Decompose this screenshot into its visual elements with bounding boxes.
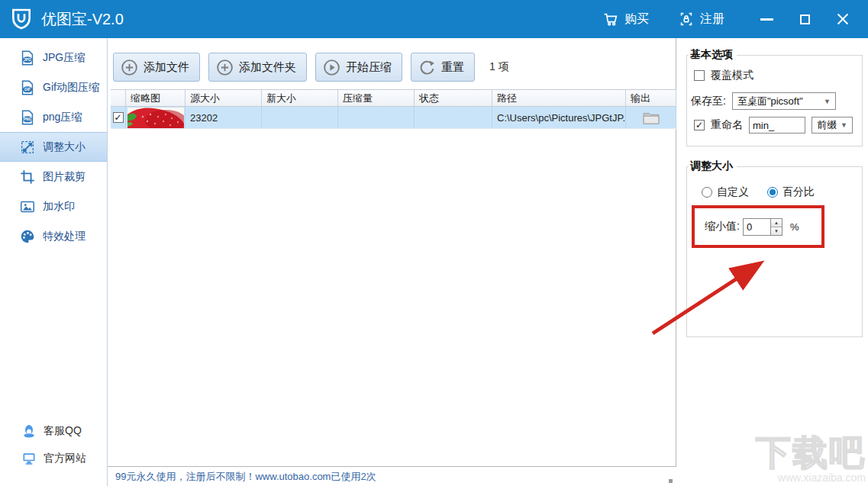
- row-thumbnail-cell: [126, 107, 186, 128]
- sidebar-item-watermark[interactable]: 加水印: [0, 192, 107, 221]
- lock-icon: [678, 11, 695, 27]
- sidebar-item-qq-support[interactable]: 客服QQ: [0, 417, 107, 445]
- buy-button[interactable]: 购买: [602, 11, 649, 27]
- reset-button[interactable]: 重置: [411, 53, 475, 82]
- col-path[interactable]: 路径: [492, 90, 626, 106]
- col-source-size[interactable]: 源大小: [186, 90, 262, 106]
- col-check[interactable]: [111, 90, 126, 106]
- highlight-box: 缩小值: ▲ ▼ %: [692, 205, 824, 248]
- cart-icon: [602, 11, 619, 27]
- spin-down-button[interactable]: ▼: [771, 227, 782, 235]
- effects-icon: [19, 228, 36, 245]
- sidebar-item-label: 特效处理: [43, 230, 86, 243]
- col-output[interactable]: 输出: [626, 90, 676, 106]
- shrink-value-label: 缩小值:: [705, 220, 740, 233]
- rename-mode-value: 前缀: [817, 118, 837, 132]
- minimize-button[interactable]: [753, 8, 779, 31]
- overwrite-label: 覆盖模式: [711, 69, 753, 82]
- row-new-size: [262, 107, 338, 128]
- status-bar: 99元永久使用，注册后不限制！www.utobao.com已使用2次: [108, 466, 676, 486]
- sidebar-item-png-compress[interactable]: PNG png压缩: [0, 102, 107, 132]
- sidebar-item-jpg-compress[interactable]: JPG JPG压缩: [0, 43, 107, 72]
- start-compress-button[interactable]: 开始压缩: [315, 53, 402, 82]
- resize-group: 调整大小 自定义 百分比 缩小值: ▲ ▼ %: [686, 166, 863, 337]
- overwrite-checkbox[interactable]: [694, 70, 705, 81]
- strawberry-thumbnail: [127, 108, 184, 128]
- percent-radio[interactable]: [767, 187, 778, 198]
- crop-icon: [19, 169, 36, 185]
- col-compress-amount[interactable]: 压缩量: [338, 90, 415, 106]
- percent-label: 百分比: [782, 185, 815, 199]
- reset-icon: [418, 58, 437, 77]
- svg-text:GIF: GIF: [24, 88, 31, 92]
- maximize-icon: [800, 14, 810, 24]
- item-count: 1 项: [489, 60, 509, 74]
- add-folder-label: 添加文件夹: [239, 60, 296, 75]
- sidebar-item-effects[interactable]: 特效处理: [0, 221, 107, 251]
- row-check-cell: [111, 107, 126, 128]
- resize-title: 调整大小: [689, 159, 737, 173]
- save-to-value: 至桌面"picsoft": [737, 95, 803, 108]
- minimize-icon: [760, 18, 773, 21]
- col-thumbnail[interactable]: 缩略图: [126, 90, 186, 106]
- main-area: 添加文件 添加文件夹 开始压缩 重置: [108, 38, 676, 486]
- close-button[interactable]: [830, 8, 856, 31]
- row-path: C:\Users\pc\Pictures\JPGtJP...: [492, 107, 626, 128]
- add-icon: [215, 58, 234, 77]
- sidebar-item-resize[interactable]: 调整大小: [0, 132, 107, 162]
- custom-radio[interactable]: [702, 187, 712, 198]
- row-status: [415, 107, 492, 128]
- save-to-label: 保存至:: [691, 95, 726, 108]
- row-output-cell: [626, 107, 676, 128]
- add-folder-button[interactable]: 添加文件夹: [208, 53, 307, 82]
- status-text: 99元永久使用，注册后不限制！www.utobao.com已使用2次: [115, 470, 376, 484]
- play-icon: [322, 58, 341, 77]
- basic-options-title: 基本选项: [689, 48, 737, 62]
- col-new-size[interactable]: 新大小: [262, 90, 338, 106]
- register-button[interactable]: 注册: [678, 11, 724, 27]
- sidebar-item-label: JPG压缩: [43, 51, 85, 65]
- rename-label: 重命名: [711, 118, 743, 132]
- title-bar: 优图宝-V2.0 购买 注册: [0, 0, 868, 38]
- save-to-dropdown[interactable]: 至桌面"picsoft" ▼: [732, 92, 836, 110]
- qq-icon: [21, 423, 37, 439]
- start-compress-label: 开始压缩: [346, 60, 392, 75]
- shrink-value-input[interactable]: [743, 218, 770, 236]
- chevron-down-icon: ▼: [841, 121, 847, 129]
- sidebar-item-label: 调整大小: [43, 140, 86, 154]
- table-row[interactable]: 23202 C:\Users\pc\Pictures\JPGtJP...: [111, 107, 676, 129]
- add-file-button[interactable]: 添加文件: [113, 53, 200, 82]
- spin-up-button[interactable]: ▲: [771, 219, 782, 227]
- app-window: 优图宝-V2.0 购买 注册 JPG: [0, 0, 868, 486]
- folder-icon[interactable]: [643, 111, 660, 124]
- rename-checkbox[interactable]: [694, 120, 705, 130]
- resize-grip: [669, 479, 673, 483]
- buy-label: 购买: [624, 11, 649, 27]
- sidebar: JPG JPG压缩 GIF Gif动图压缩 PNG png压缩: [0, 38, 108, 486]
- row-compress-amount: [338, 107, 415, 128]
- sidebar-item-gif-compress[interactable]: GIF Gif动图压缩: [0, 72, 107, 102]
- toolbar: 添加文件 添加文件夹 开始压缩 重置: [108, 38, 676, 84]
- register-label: 注册: [700, 11, 724, 27]
- svg-text:JPG: JPG: [24, 58, 31, 62]
- png-file-icon: PNG: [19, 109, 36, 126]
- reset-label: 重置: [441, 60, 464, 75]
- sidebar-item-official-website[interactable]: 官方网站: [0, 445, 107, 472]
- table-header: 缩略图 源大小 新大小 压缩量 状态 路径 输出: [111, 89, 676, 107]
- close-icon: [834, 11, 851, 27]
- sidebar-item-crop[interactable]: 图片裁剪: [0, 162, 107, 192]
- watermark-icon: [19, 198, 36, 215]
- row-checkbox[interactable]: [113, 112, 124, 123]
- percent-unit: %: [790, 221, 799, 233]
- col-status[interactable]: 状态: [415, 90, 492, 106]
- shrink-value-spinner: ▲ ▼: [743, 218, 782, 236]
- sidebar-item-label: png压缩: [43, 111, 82, 124]
- rename-prefix-input[interactable]: [749, 117, 805, 134]
- rename-mode-dropdown[interactable]: 前缀 ▼: [812, 117, 853, 134]
- footer-item-label: 官方网站: [44, 452, 86, 465]
- maximize-button[interactable]: [792, 8, 818, 31]
- row-source-size: 23202: [186, 107, 262, 128]
- options-panel: 基本选项 覆盖模式 保存至: 至桌面"picsoft" ▼ 重命名 前缀 ▼: [676, 38, 868, 486]
- jpg-file-icon: JPG: [19, 50, 36, 66]
- chevron-down-icon: ▼: [824, 98, 831, 105]
